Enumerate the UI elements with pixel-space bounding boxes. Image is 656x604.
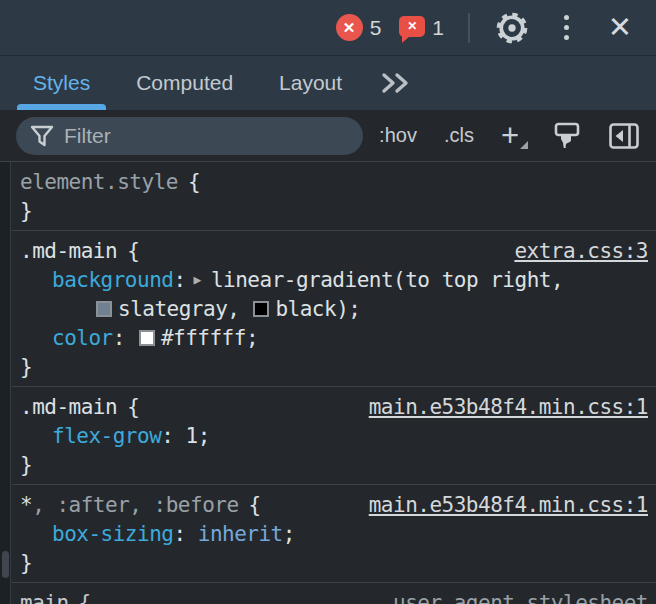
- stylesheet-link[interactable]: main.e53b48f4.min.css:1: [369, 493, 648, 517]
- adjacent-panel-scrollbar: [0, 162, 11, 604]
- style-filter-field[interactable]: [16, 117, 363, 155]
- issues-badge[interactable]: ✕ 1: [399, 16, 444, 40]
- rule-selector[interactable]: .md-main: [20, 239, 117, 263]
- property-value[interactable]: #ffffff;: [161, 326, 258, 350]
- property-value[interactable]: 1;: [186, 424, 210, 448]
- close-brace: }: [20, 551, 32, 575]
- topbar-divider: [468, 13, 470, 43]
- rule-universal: *, :after, :before { main.e53b48f4.min.c…: [12, 484, 656, 582]
- dock-sidebar-toggle-icon[interactable]: [608, 122, 640, 150]
- rule-selector[interactable]: .md-main: [20, 395, 117, 419]
- close-icon: ✕: [608, 13, 632, 42]
- stylesheet-link[interactable]: extra.css:3: [514, 239, 648, 263]
- gear-icon: [495, 11, 529, 45]
- close-brace: }: [20, 199, 32, 223]
- issue-x-glyph: ✕: [407, 19, 417, 33]
- rule-main-partial: main { user agent stylesheet: [12, 582, 656, 604]
- property-name[interactable]: flex-grow: [52, 424, 161, 448]
- property-name[interactable]: background: [52, 268, 173, 292]
- settings-button[interactable]: [494, 10, 530, 46]
- kebab-menu-icon: [564, 15, 569, 40]
- filter-input[interactable]: [64, 124, 351, 148]
- property-value[interactable]: inherit: [198, 522, 283, 546]
- tab-styles-label: Styles: [33, 71, 90, 95]
- more-options-button[interactable]: [548, 10, 584, 46]
- tab-layout-label: Layout: [279, 71, 342, 95]
- close-devtools-button[interactable]: ✕: [602, 10, 638, 46]
- colon: :: [173, 522, 185, 546]
- rule-selector[interactable]: main: [20, 591, 69, 604]
- element-classes-button[interactable]: .cls: [444, 124, 474, 147]
- styles-pane: element.style { } .md-main { extra.css:3…: [0, 162, 656, 604]
- filter-funnel-icon: [30, 125, 54, 147]
- color-swatch-white[interactable]: [139, 330, 155, 346]
- open-brace: {: [188, 170, 200, 194]
- styles-toolbar: :hov .cls +: [0, 110, 656, 162]
- colon: :: [161, 424, 173, 448]
- color-swatch-slategray[interactable]: [96, 301, 112, 317]
- open-brace: {: [79, 591, 91, 604]
- more-tabs-button[interactable]: [372, 56, 418, 110]
- issue-count: 1: [432, 16, 444, 40]
- open-brace: {: [127, 395, 139, 419]
- close-brace: }: [20, 453, 32, 477]
- devtools-panel: ✕ 5 ✕ 1: [0, 0, 656, 604]
- paintbrush-icon[interactable]: [553, 121, 581, 151]
- semicolon: ;: [283, 522, 295, 546]
- tab-styles[interactable]: Styles: [17, 56, 106, 110]
- color-swatch-black[interactable]: [253, 301, 269, 317]
- rule-element-style: element.style { }: [12, 162, 656, 230]
- rule-md-main-gradient: .md-main { extra.css:3 background: ▶ lin…: [12, 230, 656, 386]
- expand-value-arrow-icon[interactable]: ▶: [194, 272, 201, 287]
- scrollbar-thumb[interactable]: [2, 551, 9, 578]
- style-rule-list: element.style { } .md-main { extra.css:3…: [12, 162, 656, 604]
- rule-selector[interactable]: element.style: [20, 170, 178, 194]
- new-style-rule-button[interactable]: +: [501, 120, 526, 151]
- error-count: 5: [370, 16, 382, 40]
- devtools-topbar: ✕ 5 ✕ 1: [0, 0, 656, 56]
- stylesheet-link[interactable]: main.e53b48f4.min.css:1: [369, 395, 648, 419]
- error-icon: ✕: [336, 14, 363, 41]
- rule-md-main-flex: .md-main { main.e53b48f4.min.css:1 flex-…: [12, 386, 656, 484]
- property-name[interactable]: box-sizing: [52, 522, 173, 546]
- tab-computed[interactable]: Computed: [120, 56, 249, 110]
- double-chevron-right-icon: [378, 70, 412, 96]
- issue-icon: ✕: [399, 16, 425, 37]
- rule-selector-rest[interactable]: , :after, :before: [32, 493, 238, 517]
- property-value[interactable]: slategray,: [118, 297, 239, 321]
- colon: :: [113, 326, 125, 350]
- close-brace: }: [20, 355, 32, 379]
- errors-badge[interactable]: ✕ 5: [336, 14, 382, 41]
- property-name[interactable]: color: [52, 326, 113, 350]
- open-brace: {: [249, 493, 261, 517]
- tab-computed-label: Computed: [136, 71, 233, 95]
- sidebar-tabbar: Styles Computed Layout: [0, 56, 656, 110]
- colon: :: [173, 268, 185, 292]
- stylesheet-origin-label: user agent stylesheet: [393, 591, 648, 604]
- property-value[interactable]: black);: [275, 297, 360, 321]
- rule-selector-star[interactable]: *: [20, 493, 32, 517]
- property-value[interactable]: linear-gradient(to top right,: [211, 268, 563, 292]
- topbar-actions: ✕ 5 ✕ 1: [336, 10, 638, 46]
- toggle-element-state-button[interactable]: :hov: [379, 124, 417, 147]
- open-brace: {: [127, 239, 139, 263]
- tab-layout[interactable]: Layout: [263, 56, 358, 110]
- error-x-glyph: ✕: [343, 19, 356, 37]
- styles-toolbar-actions: :hov .cls +: [379, 120, 640, 151]
